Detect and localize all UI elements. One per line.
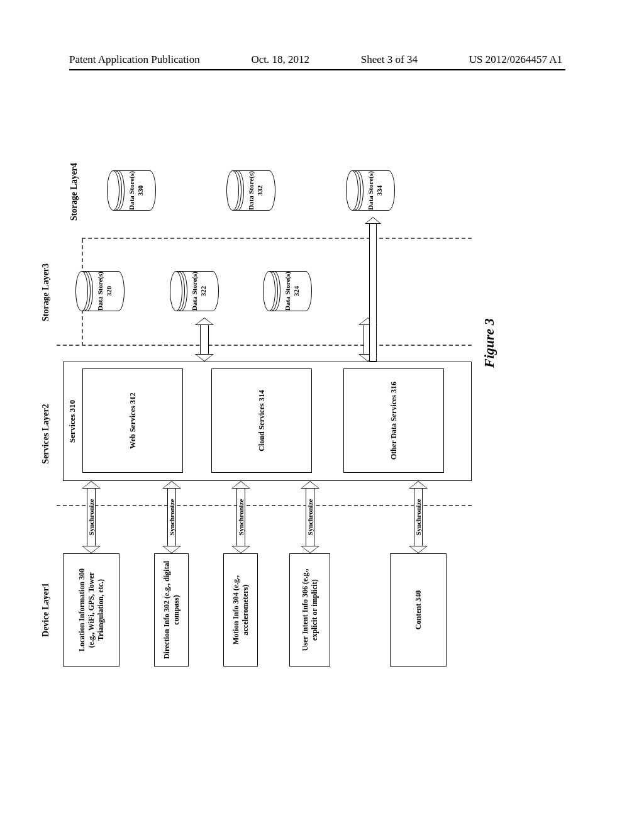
services-to-store334-arrow <box>365 217 381 362</box>
sync-label: Synchronize <box>87 499 95 536</box>
storage-layer3-label: Storage Layer3 <box>41 245 51 340</box>
data-store-330: Data Store(s) 330 <box>107 170 156 211</box>
ds322-label: Data Store(s) 322 <box>191 272 207 311</box>
data-store-320: Data Store(s) 320 <box>75 271 125 311</box>
data-store-324: Data Store(s) 324 <box>263 271 312 311</box>
web-services-box: Web Services 312 <box>82 368 183 473</box>
ds330-label: Data Store(s) 330 <box>128 171 144 210</box>
services-to-storage3-arrow-1 <box>195 318 214 362</box>
data-store-322: Data Store(s) 322 <box>170 271 219 311</box>
pub-date: Oct. 18, 2012 <box>252 53 310 66</box>
data-store-334: Data Store(s) 334 <box>346 170 395 211</box>
figure-caption: Figure 3 <box>481 318 497 368</box>
divider-services-storage3 <box>57 345 472 346</box>
figure-diagram: Device Layer1 Services Layer2 Storage La… <box>6 223 509 556</box>
sync-arrow-2: Synchronize <box>162 481 181 553</box>
storage-layer4-label: Storage Layer4 <box>69 145 79 239</box>
ds332-label: Data Store(s) 332 <box>247 171 264 210</box>
direction-info-box: Direction Info 302 (e.g., digital compas… <box>154 553 189 667</box>
data-store-332: Data Store(s) 332 <box>226 170 275 211</box>
device-layer-label: Device Layer1 <box>41 569 51 651</box>
sync-label: Synchronize <box>306 499 314 536</box>
services-container: Services 310 Web Services 312 Cloud Serv… <box>63 362 472 481</box>
ds324-label: Data Store(s) 324 <box>284 272 300 311</box>
cloud-services-box: Cloud Services 314 <box>211 368 312 473</box>
user-intent-box: User Intent Info 306 (e.g., explicit or … <box>289 553 330 667</box>
page-header: Patent Application Publication Oct. 18, … <box>0 53 644 66</box>
ds320-label: Data Store(s) 320 <box>96 272 113 311</box>
other-data-services-box: Other Data Services 316 <box>343 368 444 473</box>
sync-label: Synchronize <box>237 499 245 536</box>
sync-arrow-1: Synchronize <box>82 481 101 553</box>
sync-arrow-5: Synchronize <box>409 481 428 553</box>
sheet-number: Sheet 3 of 34 <box>361 53 418 66</box>
sync-label: Synchronize <box>414 499 422 536</box>
motion-info-box: Motion Info 304 (e.g., accelerometers) <box>223 553 258 667</box>
header-rule <box>69 69 565 70</box>
pub-label: Patent Application Publication <box>69 53 200 66</box>
ds334-label: Data Store(s) 334 <box>367 171 383 210</box>
sync-arrow-3: Synchronize <box>231 481 250 553</box>
services-layer-label: Services Layer2 <box>41 384 51 484</box>
pub-number: US 2012/0264457 A1 <box>469 53 562 66</box>
location-info-box: Location Information 300 (e.g., WiFi, GP… <box>63 553 119 667</box>
divider-storage3-storage4 <box>82 238 472 239</box>
content-box: Content 340 <box>390 553 447 667</box>
sync-arrow-4: Synchronize <box>301 481 319 553</box>
services-title: Services 310 <box>67 362 77 480</box>
sync-label: Synchronize <box>168 499 175 536</box>
